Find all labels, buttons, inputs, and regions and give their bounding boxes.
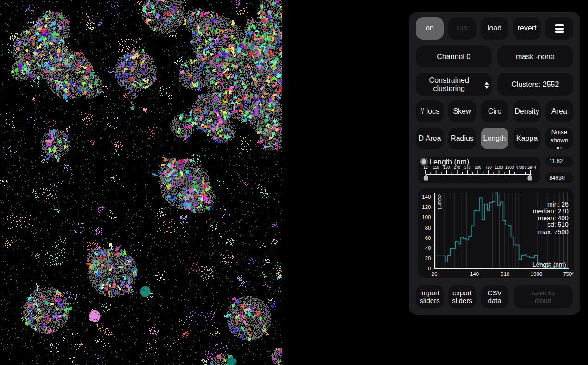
svg-text:270: 270 xyxy=(454,165,460,170)
svg-text:1900: 1900 xyxy=(531,271,543,277)
svg-text:180: 180 xyxy=(443,165,450,170)
svg-text:370: 370 xyxy=(464,165,471,170)
svg-text:0: 0 xyxy=(428,266,431,271)
svg-text:max: 7500: max: 7500 xyxy=(538,228,569,236)
svg-text:40: 40 xyxy=(425,245,431,251)
svg-text:80: 80 xyxy=(425,225,431,231)
svg-text:count: count xyxy=(437,194,444,209)
svg-text:100: 100 xyxy=(422,215,431,220)
svg-text:1900: 1900 xyxy=(505,165,514,170)
svg-text:140: 140 xyxy=(422,194,431,200)
svg-text:12: 12 xyxy=(423,165,428,170)
svg-text:4700: 4700 xyxy=(516,165,525,170)
svg-text:Length (nm): Length (nm) xyxy=(429,158,469,165)
svg-text:510: 510 xyxy=(501,271,509,277)
svg-text:sd: 510: sd: 510 xyxy=(547,221,569,228)
svg-text:8.5e+4: 8.5e+4 xyxy=(525,165,537,170)
svg-text:1100: 1100 xyxy=(495,165,503,170)
svg-text:500: 500 xyxy=(475,165,481,170)
svg-text:140: 140 xyxy=(470,271,479,277)
svg-text:Length (nm): Length (nm) xyxy=(532,261,566,268)
svg-text:60: 60 xyxy=(425,235,431,241)
svg-text:720: 720 xyxy=(485,165,492,170)
svg-text:7500: 7500 xyxy=(563,271,573,277)
svg-text:20: 20 xyxy=(425,256,431,261)
svg-text:110: 110 xyxy=(433,165,439,170)
svg-text:120: 120 xyxy=(422,204,431,210)
svg-text:median: 270: median: 270 xyxy=(533,207,569,215)
svg-text:26: 26 xyxy=(432,271,438,277)
